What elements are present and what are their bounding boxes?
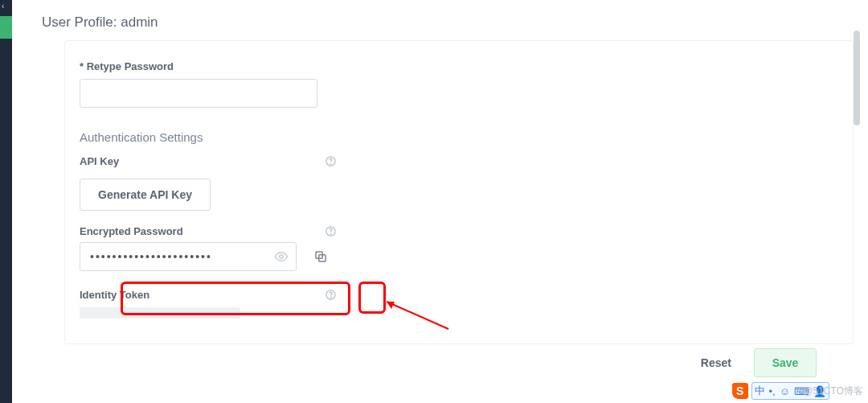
sogou-ime-icon[interactable]: S <box>732 383 748 399</box>
encrypted-password-label: Encrypted Password <box>80 225 183 237</box>
nav-active-indicator <box>0 16 12 39</box>
left-nav-rail: ‹ <box>0 0 12 403</box>
collapse-caret-icon[interactable]: ‹ <box>2 2 4 10</box>
retype-password-input[interactable] <box>80 79 317 108</box>
copy-icon <box>313 249 328 264</box>
identity-token-label: Identity Token <box>80 289 149 301</box>
generate-api-key-button[interactable]: Generate API Key <box>80 179 211 211</box>
svg-point-3 <box>330 233 331 234</box>
identity-token-placeholder <box>80 307 240 319</box>
eye-icon[interactable] <box>274 249 289 264</box>
annotation-arrow-icon <box>380 298 452 331</box>
ime-emoji-icon: ☺ <box>780 385 790 397</box>
copy-encrypted-password-button[interactable] <box>308 244 334 269</box>
question-circle-icon[interactable] <box>325 225 337 237</box>
retype-password-label: * Retype Password <box>80 60 838 72</box>
watermark-text: @51CTO博客 <box>803 384 863 398</box>
auth-settings-heading: Authentication Settings <box>80 130 838 144</box>
svg-marker-10 <box>387 302 395 309</box>
svg-line-9 <box>387 302 448 329</box>
user-profile-panel: User Profile: admin * Retype Password Au… <box>40 0 862 397</box>
question-circle-icon[interactable] <box>325 155 337 167</box>
encrypted-password-input[interactable] <box>80 242 297 271</box>
api-key-label: API Key <box>80 155 119 167</box>
svg-point-8 <box>330 297 331 298</box>
question-circle-icon[interactable] <box>325 289 337 301</box>
profile-form-card: * Retype Password Authentication Setting… <box>64 40 854 344</box>
save-button[interactable]: Save <box>754 348 817 377</box>
svg-point-1 <box>330 163 331 164</box>
ime-lang: 中 <box>755 384 765 398</box>
ime-punct-icon: •, <box>769 385 776 397</box>
form-footer: Reset Save <box>701 348 817 377</box>
reset-button[interactable]: Reset <box>701 356 731 369</box>
svg-point-4 <box>280 255 284 259</box>
vertical-scrollbar[interactable] <box>854 31 860 125</box>
encrypted-password-field-wrap <box>80 242 297 271</box>
page-title: User Profile: admin <box>40 0 862 37</box>
